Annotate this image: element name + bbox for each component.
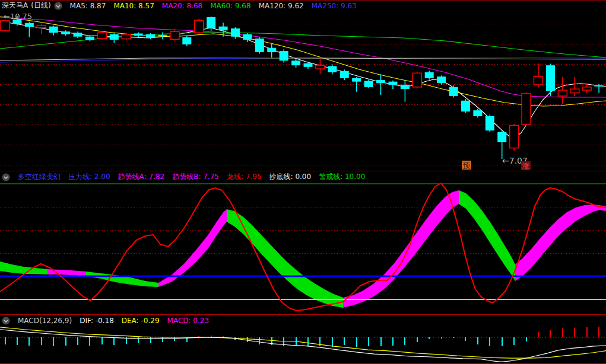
candle <box>570 77 579 96</box>
candle <box>449 85 458 97</box>
svg-text:涨: 涨 <box>522 162 529 170</box>
indicator-label-0: 压力线: 2.00 <box>68 172 110 182</box>
trend-ribbon <box>0 190 606 308</box>
ribbon-segment <box>158 209 227 287</box>
macd-label-2: MACD: 0.23 <box>167 317 210 325</box>
candle <box>486 114 494 132</box>
candle <box>461 99 470 113</box>
ribbon-segment <box>0 261 47 274</box>
indicator-label-2: 趋势线B: 7.75 <box>172 172 219 182</box>
candle <box>134 33 143 38</box>
candle <box>413 72 421 89</box>
price-annotation: ←10.75 <box>4 12 32 21</box>
candle <box>364 79 373 88</box>
chart-canvas[interactable]: ←10.75←7.07预涨 <box>0 0 606 364</box>
candle <box>49 25 58 35</box>
macd-label-1: DEA: -0.29 <box>122 317 160 325</box>
candle <box>1 20 9 33</box>
candle <box>522 92 531 126</box>
ribbon-segment <box>515 205 606 281</box>
candle <box>280 49 288 62</box>
indicator-label-3: 龙线: 7.95 <box>227 172 262 182</box>
trading-terminal: ←10.75←7.07预涨 深天马A (日线) MA5: 8.87MA10: 8… <box>0 0 606 364</box>
stock-title: 深天马A <box>2 1 28 11</box>
indicator-legend: 压力线: 2.00趋势线A: 7.82趋势线B: 7.75龙线: 7.95抄底线… <box>68 172 365 182</box>
ma-label-2: MA20: 8.68 <box>162 2 202 10</box>
ma-label-4: MA120: 9.62 <box>259 2 304 10</box>
candle <box>170 30 179 41</box>
chevron-down-icon[interactable] <box>2 317 10 325</box>
candle <box>182 36 191 46</box>
ma-line-MA60 <box>0 33 606 58</box>
chevron-down-icon[interactable] <box>2 173 10 181</box>
candle <box>316 58 325 74</box>
macd-title: MACD(12,26,9) <box>18 317 72 325</box>
candle <box>255 37 264 54</box>
candle <box>558 77 567 104</box>
indicator-panel-header: 多空红绿变幻 压力线: 2.00趋势线A: 7.82趋势线B: 7.75龙线: … <box>0 172 606 182</box>
candle <box>61 30 70 36</box>
candle <box>97 31 106 40</box>
candle <box>158 33 167 40</box>
candle <box>510 124 519 151</box>
candle <box>74 31 83 38</box>
macd-panel-header: MACD(12,26,9) DIF: -0.18DEA: -0.29MACD: … <box>0 315 606 325</box>
candle <box>195 19 204 34</box>
ma-label-5: MA250: 9.63 <box>312 2 357 10</box>
macd-legend: DIF: -0.18DEA: -0.29MACD: 0.23 <box>80 317 209 325</box>
svg-text:预: 预 <box>463 161 470 170</box>
chevron-down-icon[interactable] <box>54 2 62 10</box>
stamp-涨: 涨 <box>521 161 531 170</box>
ribbon-segment <box>343 190 459 308</box>
candle <box>291 59 300 68</box>
dea-line <box>0 327 606 358</box>
macd-lines <box>0 327 606 362</box>
candle <box>146 33 155 39</box>
candle <box>534 63 542 88</box>
candle <box>122 33 131 40</box>
stamp-预: 预 <box>462 161 471 170</box>
candle <box>340 69 349 80</box>
price-panel-header: 深天马A (日线) MA5: 8.87MA10: 8.57MA20: 8.68M… <box>0 1 606 11</box>
indicator-gridlines <box>0 207 606 253</box>
stock-period: (日线) <box>31 1 50 11</box>
ma-legend: MA5: 8.87MA10: 8.57MA20: 8.68MA60: 9.68M… <box>70 2 357 10</box>
ribbon-segment <box>227 209 343 308</box>
candle <box>25 22 34 37</box>
ribbon-segment <box>459 190 515 281</box>
ribbon-segment <box>86 272 158 287</box>
ma-lines <box>0 17 606 138</box>
candle <box>110 33 119 43</box>
indicator-label-1: 趋势线A: 7.82 <box>118 172 165 182</box>
candle <box>546 64 555 96</box>
ma-label-3: MA60: 9.68 <box>210 2 250 10</box>
indicator-label-4: 抄底线: 0.00 <box>269 172 312 182</box>
candle <box>328 65 337 74</box>
candle <box>425 71 434 79</box>
macd-label-0: DIF: -0.18 <box>80 317 114 325</box>
ma-label-1: MA10: 8.57 <box>113 2 154 10</box>
ma-label-0: MA5: 8.87 <box>70 2 106 10</box>
candle <box>437 75 446 85</box>
ma-line-MA10 <box>0 17 606 106</box>
indicator-title: 多空红绿变幻 <box>18 172 61 182</box>
candle <box>388 81 397 89</box>
indicator-label-5: 警戒线: 10.00 <box>319 172 365 182</box>
candle <box>376 74 385 95</box>
candle <box>401 80 410 102</box>
candle <box>267 44 276 58</box>
candles <box>1 16 604 159</box>
